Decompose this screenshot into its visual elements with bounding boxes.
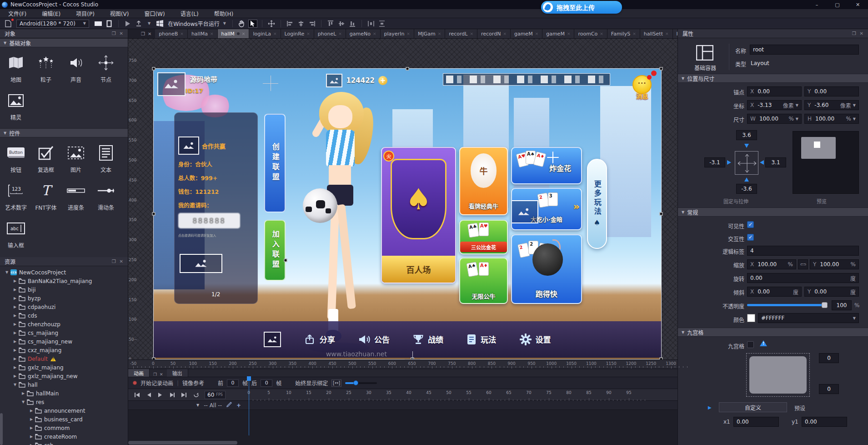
document-tab[interactable]: hallM× — [218, 29, 250, 38]
pin-top-icon[interactable] — [744, 144, 749, 148]
fit-view-icon[interactable] — [267, 20, 276, 28]
palette-item-image[interactable]: 图片 — [61, 144, 91, 173]
portrait-orientation-icon[interactable] — [105, 20, 114, 28]
tab-close-icon[interactable]: × — [306, 31, 310, 36]
club-badge[interactable]: 源码地带 ID:17 — [157, 72, 217, 96]
palette-item-sound[interactable]: 声音 — [61, 54, 91, 83]
chevron-down-icon[interactable]: ▼ — [13, 383, 17, 387]
mirror-reference-button[interactable]: 镜像参考 — [182, 379, 204, 387]
chevron-right-icon[interactable]: ▶ — [13, 305, 17, 309]
tree-item-cds[interactable]: ▶cds — [0, 311, 128, 320]
tree-item-cdpaohuzi[interactable]: ▶cdpaohuzi — [0, 303, 128, 311]
image-placeholder-icon[interactable] — [264, 332, 281, 347]
skip-end-button[interactable] — [179, 391, 189, 399]
hand-tool-icon[interactable] — [237, 20, 246, 28]
tree-item-cs_majiang_new[interactable]: ▶cs_majiang_new — [0, 337, 128, 346]
distribute-vertical-icon[interactable] — [377, 20, 386, 28]
distribute-horizontal-icon[interactable] — [366, 20, 376, 28]
tree-item-BanNaKa2Tiao_majiang[interactable]: ▶BanNaKa2Tiao_majiang — [0, 277, 128, 285]
tab-close-icon[interactable]: × — [632, 31, 636, 36]
ninepatch-checkbox[interactable] — [747, 341, 754, 348]
palette-item-node[interactable]: 节点 — [91, 54, 121, 83]
tree-item-biji[interactable]: ▶biji — [0, 285, 128, 294]
scene-menu-rules[interactable]: 玩法 — [466, 334, 496, 345]
element-handle[interactable] — [284, 259, 287, 262]
document-tab[interactable]: phoneL× — [314, 29, 346, 38]
resize-handle[interactable] — [152, 67, 156, 71]
before-frames-input[interactable]: 0 — [227, 379, 239, 387]
new-scene-icon[interactable] — [4, 20, 13, 28]
pin-bottom-icon[interactable] — [744, 177, 749, 182]
tab-close-icon[interactable]: × — [373, 31, 376, 36]
tile-dachixiao[interactable]: 2 3 大吃小·金暗 » — [511, 188, 582, 230]
palette-item-slider[interactable]: 滑动条 — [91, 182, 121, 211]
tab-close-icon[interactable]: × — [406, 31, 410, 36]
tab-close-icon[interactable]: × — [210, 31, 214, 36]
palette-item-particle[interactable]: 粒子 — [31, 54, 61, 83]
timeline-zoom-slider[interactable] — [345, 382, 377, 384]
create-union-button[interactable]: 创建联盟 — [264, 114, 286, 212]
margin-bottom-field[interactable]: -3.6 — [736, 184, 757, 194]
palette-item-artnum[interactable]: 123艺术数字 — [1, 182, 31, 211]
resize-handle[interactable] — [406, 67, 409, 71]
margin-right-field[interactable]: 3.1 — [765, 157, 786, 167]
close-panel-icon[interactable]: ✕ — [120, 31, 123, 36]
color-swatch[interactable] — [747, 314, 755, 322]
y1-input[interactable]: 0.00 — [802, 417, 847, 427]
tree-item-NewCocosProject[interactable]: ▼CCSNewCocosProject — [0, 268, 128, 277]
select-tool-icon[interactable] — [248, 20, 257, 28]
document-tab[interactable]: gameNo× — [346, 29, 381, 38]
ninepatch-custom-button[interactable]: 自定义 — [719, 402, 787, 412]
document-tab[interactable]: MJGam× — [414, 29, 445, 38]
canvas-viewport[interactable]: 源码地带 ID:17 124422 + — [128, 39, 677, 359]
chevron-right-icon[interactable]: ▶ — [13, 331, 17, 335]
opacity-value[interactable]: 100 — [832, 300, 852, 310]
selection-rotate-handle[interactable] — [651, 71, 657, 76]
ninepatch-play-icon[interactable]: ▶ — [708, 405, 712, 410]
document-tab[interactable]: gameM× — [511, 29, 542, 38]
align-right-icon[interactable] — [307, 20, 316, 28]
tab-close-icon[interactable]: × — [273, 31, 277, 36]
tree-item-chenzhouzp[interactable]: ▶chenzhouzp — [0, 320, 128, 329]
margin-top-field[interactable]: 3.6 — [736, 130, 757, 140]
tab-close-icon[interactable]: × — [180, 31, 184, 36]
tab-close-icon[interactable]: × — [438, 31, 442, 36]
fit-range-icon[interactable]: [↔] — [331, 379, 341, 387]
document-tab[interactable]: hallSett× — [640, 29, 673, 38]
menu-item-0[interactable]: 文件(F) — [8, 10, 26, 17]
opacity-slider-knob[interactable] — [822, 302, 828, 308]
add-coins-button[interactable]: + — [378, 76, 387, 85]
rotation-input[interactable]: 0.00度 — [747, 273, 859, 283]
prev-frame-button[interactable] — [144, 391, 154, 399]
tab-animation[interactable]: 动画 — [128, 369, 150, 377]
menu-item-1[interactable]: 编辑(E) — [42, 10, 60, 17]
chevron-right-icon[interactable]: ▶ — [13, 365, 17, 369]
chevron-right-icon[interactable]: ▶ — [13, 288, 17, 292]
palette-section-header[interactable]: ▼控件 — [0, 128, 128, 137]
document-tab[interactable]: roomCo× — [574, 29, 607, 38]
tile-zhajinhua[interactable]: A♥ A♠ A♦ 炸金花 — [511, 147, 582, 184]
curve-filter-dropdown[interactable]: -- All -- — [204, 402, 222, 409]
tile-bairenchang[interactable]: 火 ♠ 百人场 — [381, 147, 456, 283]
tab-close-icon[interactable]: × — [600, 31, 603, 36]
resize-handle[interactable] — [660, 67, 663, 71]
menu-item-3[interactable]: 视图(V) — [110, 10, 129, 17]
currency-counter[interactable]: 124422 + — [326, 74, 387, 87]
menu-item-5[interactable]: 语言(L) — [181, 10, 199, 17]
tree-item-csb[interactable]: ▶csb — [0, 441, 128, 445]
float-panel-icon[interactable]: ❐ — [112, 31, 116, 36]
move-gizmo-icon[interactable] — [405, 351, 420, 359]
close-panel-icon[interactable]: ✕ — [860, 31, 863, 36]
align-left-icon[interactable] — [286, 20, 295, 28]
section-position-size[interactable]: ▼位置与尺寸 — [678, 74, 868, 83]
float-panel-icon[interactable]: ❐ — [112, 259, 116, 264]
menu-item-6[interactable]: 帮助(H) — [214, 10, 233, 17]
timeline-track-area[interactable] — [128, 410, 677, 445]
document-tab[interactable]: hallMa× — [188, 29, 218, 38]
message-button[interactable]: 消息 — [631, 75, 653, 100]
tab-output[interactable]: 输出 — [167, 369, 188, 377]
tab-close-icon[interactable]: × — [338, 31, 342, 36]
tree-item-announcement[interactable]: ▶announcement — [0, 406, 128, 415]
selected-image-element[interactable] — [511, 200, 538, 224]
add-key-icon[interactable]: + — [236, 402, 241, 409]
